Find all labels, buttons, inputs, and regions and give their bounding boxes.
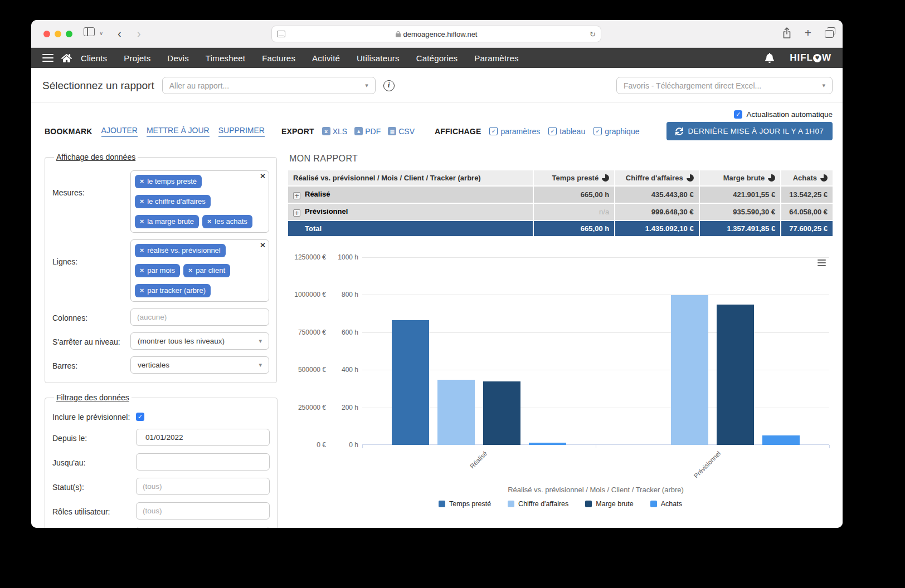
url-bar[interactable]: demoagence.hiflow.net ↻ — [271, 26, 601, 42]
tag-ligne[interactable]: ×par client — [183, 264, 230, 277]
nav-item-factures[interactable]: Factures — [262, 53, 295, 63]
reload-icon[interactable]: ↻ — [590, 30, 596, 38]
row-label: Total — [288, 220, 533, 236]
tag-mesure[interactable]: ×les achats — [202, 215, 252, 228]
tag-remove-icon[interactable]: × — [139, 198, 144, 205]
display-tableau-checkbox[interactable]: ✓tableau — [548, 127, 585, 136]
chevron-down-icon[interactable]: ∨ — [99, 30, 103, 36]
minimize-window-button[interactable] — [55, 31, 61, 37]
nav-item-timesheet[interactable]: Timesheet — [206, 53, 245, 63]
clear-field-icon[interactable]: × — [260, 171, 266, 180]
tag-ligne[interactable]: ×réalisé vs. prévisionnel — [135, 244, 226, 257]
fullscreen-window-button[interactable] — [66, 31, 72, 37]
mesures-tagbox[interactable]: × ×le temps presté ×le chiffre d'affaire… — [130, 170, 269, 233]
back-button[interactable]: ‹ — [118, 27, 121, 40]
colonnes-input[interactable] — [130, 308, 269, 326]
page-content: Sélectionnez un rapport Aller au rapport… — [31, 68, 843, 528]
menu-hamburger-icon[interactable] — [42, 54, 53, 62]
tag-remove-icon[interactable]: × — [139, 178, 144, 185]
tab-overview-icon[interactable] — [825, 30, 834, 38]
bell-icon[interactable] — [765, 53, 774, 63]
tag-mesure[interactable]: ×le chiffre d'affaires — [135, 195, 211, 208]
cell-value: 435.443,80 € — [615, 186, 699, 203]
barres-select[interactable]: verticales ▾ — [130, 356, 269, 374]
info-icon[interactable]: i — [383, 80, 395, 91]
heart-icon: ♥ — [813, 54, 821, 62]
home-icon[interactable] — [61, 53, 72, 63]
pie-chart-icon[interactable] — [768, 174, 775, 182]
tag-ligne[interactable]: ×par tracker (arbre) — [135, 284, 211, 297]
tag-remove-icon[interactable]: × — [207, 218, 212, 225]
new-tab-icon[interactable]: + — [805, 26, 811, 40]
chart-bar-marge-brute[interactable] — [483, 381, 520, 445]
expand-row-icon[interactable]: + — [293, 209, 300, 217]
last-update-button[interactable]: DERNIÈRE MISE À JOUR IL Y A 1H07 — [666, 122, 833, 140]
pie-chart-icon[interactable] — [820, 174, 828, 182]
bookmark-update-button[interactable]: METTRE À JOUR — [147, 126, 210, 137]
chart-bar-chiffre-d-affaires[interactable] — [437, 380, 475, 445]
jusquau-input[interactable] — [136, 453, 270, 471]
include-previsionnel-checkbox[interactable]: ✓ — [136, 413, 144, 421]
display-parametres-checkbox[interactable]: ✓paramètres — [489, 127, 540, 136]
chart-bar-achats[interactable] — [529, 443, 566, 445]
statuts-input[interactable] — [136, 478, 270, 495]
chart-bar-chiffre-d-affaires[interactable] — [671, 295, 708, 445]
display-graphique-checkbox[interactable]: ✓graphique — [593, 127, 639, 136]
nav-item-utilisateurs[interactable]: Utilisateurs — [357, 53, 400, 63]
share-icon[interactable] — [782, 27, 791, 38]
report-selector[interactable]: Aller au rapport... ▾ — [162, 77, 376, 94]
table-header-marge[interactable]: Marge brute — [699, 170, 781, 186]
nav-item-categories[interactable]: Catégories — [416, 53, 458, 63]
lock-icon — [396, 31, 401, 37]
auto-refresh-checkbox[interactable]: ✓ — [734, 110, 742, 119]
chart-bar-marge-brute[interactable] — [717, 305, 754, 445]
chart-subtitle: Réalisé vs. prévisionnel / Mois / Client… — [362, 486, 829, 494]
legend-item[interactable]: Chiffre d'affaires — [508, 500, 568, 508]
depuis-le-input[interactable] — [136, 429, 270, 446]
tag-remove-icon[interactable]: × — [139, 218, 144, 225]
favorites-selector[interactable]: Favoris - Téléchargement direct Excel...… — [616, 77, 833, 94]
tag-mesure[interactable]: ×la marge brute — [135, 215, 199, 228]
report-table: Réalisé vs. prévisionnel / Mois / Client… — [288, 170, 833, 236]
utilisateurs-input[interactable] — [136, 527, 270, 528]
close-window-button[interactable] — [43, 31, 50, 37]
barres-label: Barres: — [52, 360, 130, 370]
clear-field-icon[interactable]: × — [260, 241, 266, 249]
y-axis-tick-label: 800 h — [332, 291, 358, 298]
pie-chart-icon[interactable] — [602, 174, 609, 182]
auto-refresh-label: Actualisation automatique — [746, 110, 833, 119]
expand-row-icon[interactable]: + — [293, 192, 300, 199]
chart-bar-temps-prest-[interactable] — [392, 320, 429, 445]
tag-remove-icon[interactable]: × — [139, 267, 144, 274]
legend-item[interactable]: Marge brute — [585, 500, 633, 508]
y-axis-tick-label: 250000 € — [288, 404, 326, 411]
lignes-tagbox[interactable]: × ×réalisé vs. prévisionnel ×par mois ×p… — [130, 239, 269, 302]
export-pdf-button[interactable]: ▲PDF — [354, 127, 381, 136]
bookmark-delete-button[interactable]: SUPPRIMER — [218, 126, 265, 137]
table-row-total: Total 665,00 h 1.435.092,10 € 1.357.491,… — [288, 220, 833, 236]
table-header-achats[interactable]: Achats — [781, 170, 833, 186]
pie-chart-icon[interactable] — [687, 174, 694, 182]
tag-remove-icon[interactable]: × — [188, 267, 193, 274]
nav-item-clients[interactable]: Clients — [81, 53, 107, 63]
bookmark-add-button[interactable]: AJOUTER — [101, 126, 138, 137]
table-header-ca[interactable]: Chiffre d'affaires — [615, 170, 699, 186]
tag-ligne[interactable]: ×par mois — [135, 264, 180, 277]
tag-mesure[interactable]: ×le temps presté — [135, 175, 202, 188]
hiflow-logo[interactable]: HIFL♥W — [790, 52, 831, 63]
roles-input[interactable] — [136, 502, 270, 520]
chart-bar-achats[interactable] — [762, 435, 800, 445]
tag-remove-icon[interactable]: × — [139, 247, 144, 254]
sidebar-toggle-icon[interactable] — [84, 27, 95, 36]
legend-item[interactable]: Achats — [650, 500, 682, 508]
nav-item-projets[interactable]: Projets — [124, 53, 150, 63]
nav-item-activite[interactable]: Activité — [312, 53, 340, 63]
legend-item[interactable]: Temps presté — [439, 500, 491, 508]
niveau-select[interactable]: (montrer tous les niveaux) ▾ — [130, 332, 269, 350]
table-header-temps[interactable]: Temps presté — [533, 170, 615, 186]
export-xls-button[interactable]: xXLS — [322, 127, 347, 136]
export-csv-button[interactable]: ▦CSV — [388, 127, 415, 136]
tag-remove-icon[interactable]: × — [139, 287, 144, 294]
nav-item-parametres[interactable]: Paramètres — [474, 53, 519, 63]
nav-item-devis[interactable]: Devis — [167, 53, 189, 63]
